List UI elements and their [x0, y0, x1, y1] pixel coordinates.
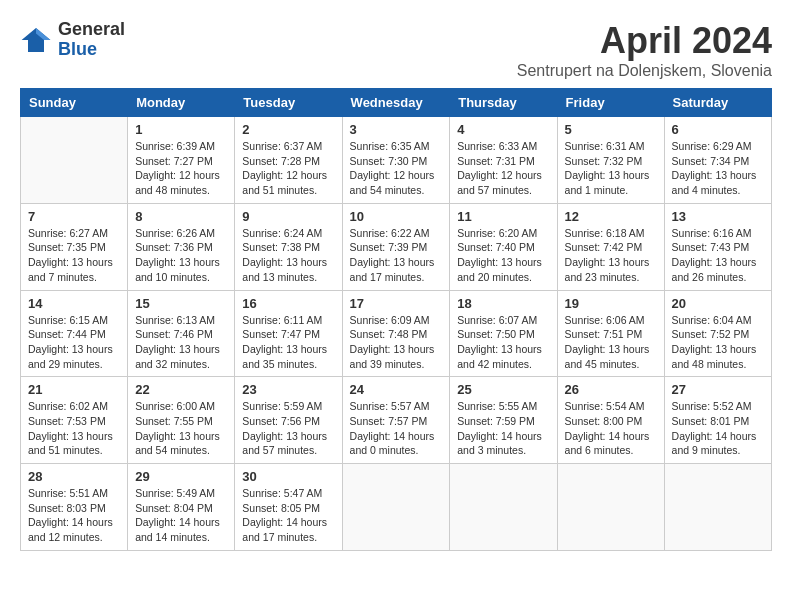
calendar-cell — [342, 464, 450, 551]
day-info: Sunrise: 6:04 AM Sunset: 7:52 PM Dayligh… — [672, 313, 764, 372]
calendar-cell — [664, 464, 771, 551]
day-number: 5 — [565, 122, 657, 137]
day-number: 25 — [457, 382, 549, 397]
day-info: Sunrise: 6:00 AM Sunset: 7:55 PM Dayligh… — [135, 399, 227, 458]
day-info: Sunrise: 6:35 AM Sunset: 7:30 PM Dayligh… — [350, 139, 443, 198]
day-number: 19 — [565, 296, 657, 311]
day-number: 8 — [135, 209, 227, 224]
calendar-cell: 19Sunrise: 6:06 AM Sunset: 7:51 PM Dayli… — [557, 290, 664, 377]
calendar-cell: 5Sunrise: 6:31 AM Sunset: 7:32 PM Daylig… — [557, 117, 664, 204]
calendar-cell: 15Sunrise: 6:13 AM Sunset: 7:46 PM Dayli… — [128, 290, 235, 377]
calendar-cell: 27Sunrise: 5:52 AM Sunset: 8:01 PM Dayli… — [664, 377, 771, 464]
day-number: 20 — [672, 296, 764, 311]
day-info: Sunrise: 6:22 AM Sunset: 7:39 PM Dayligh… — [350, 226, 443, 285]
day-info: Sunrise: 5:57 AM Sunset: 7:57 PM Dayligh… — [350, 399, 443, 458]
day-info: Sunrise: 6:33 AM Sunset: 7:31 PM Dayligh… — [457, 139, 549, 198]
calendar-cell: 18Sunrise: 6:07 AM Sunset: 7:50 PM Dayli… — [450, 290, 557, 377]
day-number: 17 — [350, 296, 443, 311]
logo-icon — [20, 24, 52, 56]
day-info: Sunrise: 5:54 AM Sunset: 8:00 PM Dayligh… — [565, 399, 657, 458]
weekday-header-monday: Monday — [128, 89, 235, 117]
day-info: Sunrise: 5:59 AM Sunset: 7:56 PM Dayligh… — [242, 399, 334, 458]
day-info: Sunrise: 6:11 AM Sunset: 7:47 PM Dayligh… — [242, 313, 334, 372]
calendar-cell: 28Sunrise: 5:51 AM Sunset: 8:03 PM Dayli… — [21, 464, 128, 551]
calendar-cell: 8Sunrise: 6:26 AM Sunset: 7:36 PM Daylig… — [128, 203, 235, 290]
day-number: 18 — [457, 296, 549, 311]
day-number: 21 — [28, 382, 120, 397]
calendar-cell: 3Sunrise: 6:35 AM Sunset: 7:30 PM Daylig… — [342, 117, 450, 204]
calendar-cell: 7Sunrise: 6:27 AM Sunset: 7:35 PM Daylig… — [21, 203, 128, 290]
calendar-cell: 4Sunrise: 6:33 AM Sunset: 7:31 PM Daylig… — [450, 117, 557, 204]
weekday-header-friday: Friday — [557, 89, 664, 117]
day-info: Sunrise: 5:51 AM Sunset: 8:03 PM Dayligh… — [28, 486, 120, 545]
day-number: 27 — [672, 382, 764, 397]
calendar-cell: 11Sunrise: 6:20 AM Sunset: 7:40 PM Dayli… — [450, 203, 557, 290]
calendar-cell: 24Sunrise: 5:57 AM Sunset: 7:57 PM Dayli… — [342, 377, 450, 464]
weekday-header-sunday: Sunday — [21, 89, 128, 117]
calendar-cell: 23Sunrise: 5:59 AM Sunset: 7:56 PM Dayli… — [235, 377, 342, 464]
calendar-cell: 2Sunrise: 6:37 AM Sunset: 7:28 PM Daylig… — [235, 117, 342, 204]
calendar-cell: 17Sunrise: 6:09 AM Sunset: 7:48 PM Dayli… — [342, 290, 450, 377]
day-info: Sunrise: 6:16 AM Sunset: 7:43 PM Dayligh… — [672, 226, 764, 285]
day-number: 24 — [350, 382, 443, 397]
calendar-cell — [21, 117, 128, 204]
calendar-cell: 26Sunrise: 5:54 AM Sunset: 8:00 PM Dayli… — [557, 377, 664, 464]
day-number: 15 — [135, 296, 227, 311]
logo-general-text: General — [58, 20, 125, 40]
day-number: 3 — [350, 122, 443, 137]
calendar-week-row: 14Sunrise: 6:15 AM Sunset: 7:44 PM Dayli… — [21, 290, 772, 377]
day-number: 28 — [28, 469, 120, 484]
weekday-header-wednesday: Wednesday — [342, 89, 450, 117]
day-number: 4 — [457, 122, 549, 137]
calendar-cell: 30Sunrise: 5:47 AM Sunset: 8:05 PM Dayli… — [235, 464, 342, 551]
weekday-header-thursday: Thursday — [450, 89, 557, 117]
title-area: April 2024 Sentrupert na Dolenjskem, Slo… — [517, 20, 772, 80]
day-number: 14 — [28, 296, 120, 311]
calendar-cell: 20Sunrise: 6:04 AM Sunset: 7:52 PM Dayli… — [664, 290, 771, 377]
day-number: 23 — [242, 382, 334, 397]
calendar-cell: 1Sunrise: 6:39 AM Sunset: 7:27 PM Daylig… — [128, 117, 235, 204]
day-info: Sunrise: 6:20 AM Sunset: 7:40 PM Dayligh… — [457, 226, 549, 285]
day-info: Sunrise: 5:49 AM Sunset: 8:04 PM Dayligh… — [135, 486, 227, 545]
day-info: Sunrise: 6:02 AM Sunset: 7:53 PM Dayligh… — [28, 399, 120, 458]
calendar-cell: 29Sunrise: 5:49 AM Sunset: 8:04 PM Dayli… — [128, 464, 235, 551]
day-info: Sunrise: 6:37 AM Sunset: 7:28 PM Dayligh… — [242, 139, 334, 198]
day-info: Sunrise: 6:13 AM Sunset: 7:46 PM Dayligh… — [135, 313, 227, 372]
day-info: Sunrise: 5:55 AM Sunset: 7:59 PM Dayligh… — [457, 399, 549, 458]
calendar-cell: 6Sunrise: 6:29 AM Sunset: 7:34 PM Daylig… — [664, 117, 771, 204]
day-info: Sunrise: 6:31 AM Sunset: 7:32 PM Dayligh… — [565, 139, 657, 198]
day-number: 22 — [135, 382, 227, 397]
calendar-title: April 2024 — [517, 20, 772, 62]
day-number: 2 — [242, 122, 334, 137]
day-number: 29 — [135, 469, 227, 484]
calendar-week-row: 28Sunrise: 5:51 AM Sunset: 8:03 PM Dayli… — [21, 464, 772, 551]
calendar-cell: 25Sunrise: 5:55 AM Sunset: 7:59 PM Dayli… — [450, 377, 557, 464]
day-info: Sunrise: 5:47 AM Sunset: 8:05 PM Dayligh… — [242, 486, 334, 545]
day-info: Sunrise: 6:07 AM Sunset: 7:50 PM Dayligh… — [457, 313, 549, 372]
day-number: 1 — [135, 122, 227, 137]
day-number: 11 — [457, 209, 549, 224]
day-number: 12 — [565, 209, 657, 224]
calendar-cell: 9Sunrise: 6:24 AM Sunset: 7:38 PM Daylig… — [235, 203, 342, 290]
logo: General Blue — [20, 20, 125, 60]
day-number: 7 — [28, 209, 120, 224]
day-info: Sunrise: 6:24 AM Sunset: 7:38 PM Dayligh… — [242, 226, 334, 285]
calendar-cell — [450, 464, 557, 551]
day-info: Sunrise: 6:18 AM Sunset: 7:42 PM Dayligh… — [565, 226, 657, 285]
day-info: Sunrise: 5:52 AM Sunset: 8:01 PM Dayligh… — [672, 399, 764, 458]
calendar-cell: 22Sunrise: 6:00 AM Sunset: 7:55 PM Dayli… — [128, 377, 235, 464]
weekday-header-tuesday: Tuesday — [235, 89, 342, 117]
calendar-cell: 16Sunrise: 6:11 AM Sunset: 7:47 PM Dayli… — [235, 290, 342, 377]
calendar-week-row: 1Sunrise: 6:39 AM Sunset: 7:27 PM Daylig… — [21, 117, 772, 204]
calendar-subtitle: Sentrupert na Dolenjskem, Slovenia — [517, 62, 772, 80]
calendar-cell: 13Sunrise: 6:16 AM Sunset: 7:43 PM Dayli… — [664, 203, 771, 290]
day-number: 30 — [242, 469, 334, 484]
day-number: 9 — [242, 209, 334, 224]
calendar-cell: 12Sunrise: 6:18 AM Sunset: 7:42 PM Dayli… — [557, 203, 664, 290]
day-info: Sunrise: 6:39 AM Sunset: 7:27 PM Dayligh… — [135, 139, 227, 198]
calendar-week-row: 21Sunrise: 6:02 AM Sunset: 7:53 PM Dayli… — [21, 377, 772, 464]
day-info: Sunrise: 6:06 AM Sunset: 7:51 PM Dayligh… — [565, 313, 657, 372]
day-number: 13 — [672, 209, 764, 224]
day-info: Sunrise: 6:26 AM Sunset: 7:36 PM Dayligh… — [135, 226, 227, 285]
calendar-cell: 10Sunrise: 6:22 AM Sunset: 7:39 PM Dayli… — [342, 203, 450, 290]
